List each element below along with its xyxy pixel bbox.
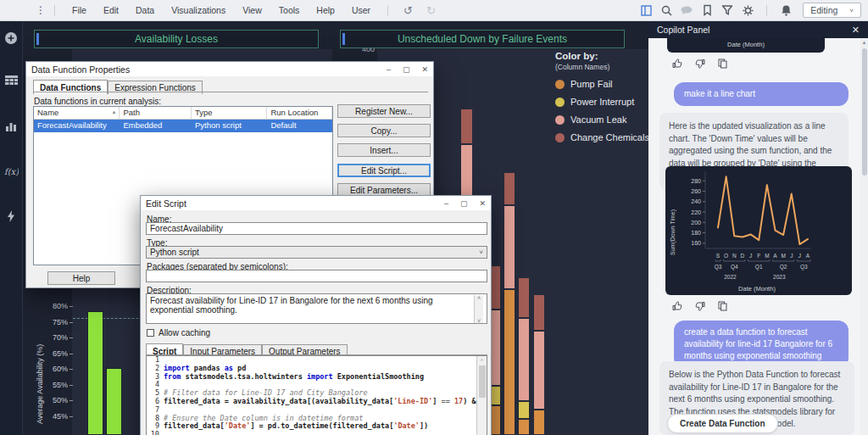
dfp-button-insert[interactable]: Insert... [337,143,431,157]
thumbs-up-icon[interactable] [672,301,682,311]
automation-lightning-icon[interactable] [0,204,23,227]
stacked-bar-segment-pump_fail[interactable] [533,410,545,435]
legend-heading: Color by: [555,51,657,61]
menu-item-tools[interactable]: Tools [270,5,309,15]
scrollbar-thumb[interactable] [862,48,867,176]
packages-field[interactable] [146,270,487,282]
copy-icon[interactable] [718,301,727,311]
description-scrollbar[interactable]: ˄ ˅ [474,295,483,324]
scroll-up-icon[interactable]: ˄ [481,356,484,364]
comments-icon[interactable] [676,3,697,18]
thumbs-down-icon[interactable] [695,59,705,69]
stacked-bar-segment-pump_fail[interactable] [504,289,515,435]
scroll-down-icon[interactable]: ˅ [477,318,481,324]
edit-script-dialog: Edit Script – ▢ ✕ Name: ForecastAvailabi… [140,195,492,435]
scroll-up-icon[interactable]: ˄ [477,295,481,301]
legend-item-vacuum-leak[interactable]: Vacuum Leak [555,114,657,125]
create-data-function-button[interactable]: Create Data Function [667,414,778,433]
copilot-panel-header[interactable]: Copilot Panel ✕ [648,21,868,38]
availability-bar[interactable] [87,311,103,435]
allow-caching-checkbox[interactable] [147,329,154,337]
legend-item-label: Vacuum Leak [570,114,626,125]
stacked-bar-segment-vacuum_leak[interactable] [533,331,545,410]
stacked-bar-segment-change_chemicals[interactable] [533,294,545,331]
filter-icon[interactable] [717,3,737,18]
thumbs-down-icon[interactable] [695,301,705,311]
legend-item-change-chemicals[interactable]: Change Chemicals [555,132,657,142]
kebab-menu-icon[interactable]: ⋮ [36,4,46,16]
scrollbar-thumb[interactable] [479,365,486,398]
legend-item-pump-fail[interactable]: Pump Fail [555,79,657,89]
panel-layout-icon[interactable] [636,3,656,18]
copilot-line-chart-card[interactable]: 160180200220240260280Sum(Down Time)SONDJ… [665,166,852,295]
stacked-bar-segment-power_interrupt[interactable] [518,401,530,419]
dfp-column-header-name[interactable]: Name▲ [34,107,120,119]
dfp-column-header-path[interactable]: Path [120,107,192,119]
menu-item-data[interactable]: Data [127,5,163,15]
code-scrollbar[interactable]: ˄ [476,356,487,435]
search-icon[interactable] [656,3,676,18]
redo-icon[interactable]: ↻ [420,4,442,17]
viz-title-unscheduled-down[interactable]: Unscheduled Down by Failure Events [340,30,625,48]
maximize-icon[interactable]: ▢ [403,65,410,74]
x-axis-month-label: M [765,253,769,259]
feedback-row [672,59,727,69]
copilot-scrollbar[interactable]: ▲ [860,38,868,435]
x-axis-quarter-label: Q1 [755,264,763,270]
menu-item-help[interactable]: Help [308,5,343,15]
minimize-icon[interactable]: – [444,199,448,208]
stacked-bar-segment-change_chemicals[interactable] [504,172,515,205]
menu-item-edit[interactable]: Edit [95,5,127,15]
dfp-dialog-titlebar[interactable]: Data Function Properties – ▢ ✕ [26,62,433,76]
legend-item-power-interrupt[interactable]: Power Interrupt [555,97,657,107]
close-icon[interactable]: ✕ [479,199,486,208]
menu-item-user[interactable]: User [343,5,379,15]
editing-mode-dropdown[interactable]: Editing ˅ [803,3,861,18]
legend-subheading: (Column Names) [555,63,657,71]
availability-bar[interactable] [106,368,122,435]
dfp-column-header-type[interactable]: Type [192,107,267,119]
data-functions-icon[interactable]: f(x) [0,159,23,182]
close-icon[interactable]: ✕ [421,65,428,74]
table-row[interactable]: ForecastAvailabilityEmbeddedPython scrip… [34,120,332,132]
dfp-button-copy[interactable]: Copy... [337,124,431,137]
menu-item-view[interactable]: View [234,5,270,15]
minimize-icon[interactable]: – [387,65,391,74]
settings-gear-icon[interactable] [737,3,758,18]
scroll-up-icon[interactable]: ▲ [860,38,868,45]
maximize-icon[interactable]: ▢ [460,199,468,208]
help-button[interactable]: Help [47,271,115,285]
dfp-button-edit-script[interactable]: Edit Script... [337,164,431,177]
viz-title-availability-losses[interactable]: Availability Losses [34,30,319,48]
y-axis-tick-mark [70,369,73,370]
legend-color-dot [555,98,565,107]
stacked-bar-segment-change_chemicals[interactable] [518,277,530,318]
undo-icon[interactable]: ↺ [397,4,420,17]
name-field[interactable]: ForecastAvailability [146,222,487,235]
x-axis-quarter-label: Q3 [800,264,808,270]
copilot-previous-chart-partial: Date (Month) [667,38,825,53]
y-axis-tick: 70% [42,333,68,342]
script-code-editor[interactable]: 12import pandas as pd3from statsmodels.t… [146,355,487,435]
add-icon[interactable] [0,26,23,49]
visualizations-icon[interactable] [0,114,23,137]
notifications-bell-icon[interactable] [776,3,796,18]
dfp-column-header-run-location[interactable]: Run Location [267,107,332,119]
down-time-line-series[interactable] [718,176,808,244]
stacked-bar-segment-change_chemicals[interactable] [460,109,473,144]
thumbs-up-icon[interactable] [672,59,682,69]
dfp-button-register-new[interactable]: Register New... [337,104,431,118]
menu-item-visualizations[interactable]: Visualizations [163,5,234,15]
description-field[interactable]: Forecast availability for Line-ID 17 in … [146,293,487,324]
copy-icon[interactable] [718,59,727,69]
stacked-bar-segment-pump_fail[interactable] [518,419,530,435]
stacked-bar-segment-vacuum_leak[interactable] [504,205,515,289]
bookmark-icon[interactable] [697,3,717,18]
close-icon[interactable]: ✕ [852,25,860,36]
edit-script-titlebar[interactable]: Edit Script – ▢ ✕ [141,196,491,210]
data-table-icon[interactable] [0,70,23,92]
y-axis-tick-mark [70,306,73,307]
menu-item-file[interactable]: File [64,5,95,15]
stacked-bar-segment-vacuum_leak[interactable] [518,318,530,401]
type-select[interactable]: Python script ˅ [146,246,487,259]
